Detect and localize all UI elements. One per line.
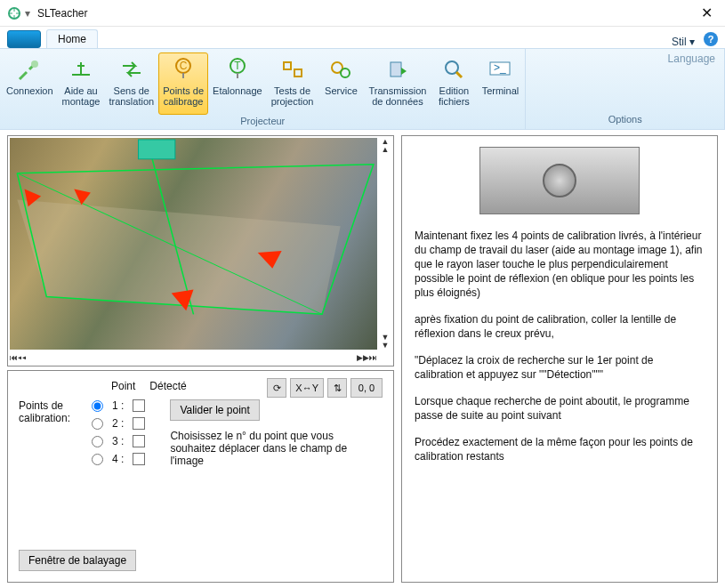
titlebar-caret[interactable]: ▾ (25, 7, 30, 20)
radio-point-4[interactable] (92, 454, 103, 465)
header-detecte: Détecté (149, 380, 186, 392)
svg-text:C: C (180, 60, 188, 72)
chk-detected-3[interactable] (133, 435, 145, 447)
target-c-icon: C (169, 55, 197, 84)
instr-p4: "Déplacez la croix de recherche sur le 1… (415, 353, 705, 382)
scroll-bottom-icon[interactable]: ▼▼ (382, 334, 390, 350)
v-scrollbar[interactable]: ▲▲ ▼▼ (379, 138, 391, 350)
gear-icon (326, 55, 355, 84)
chk-detected-4[interactable] (133, 453, 145, 465)
btn-zero[interactable]: 0, 0 (350, 378, 383, 398)
rb-tests-projection[interactable]: Tests deprojection (267, 52, 318, 115)
language-label[interactable]: Language (668, 52, 715, 65)
image-viewport[interactable]: ▲▲ ▼▼ ⏮◀◀ ▶▶⏭ (7, 135, 394, 366)
calibration-controls: ⟳ X↔Y ⇅ 0, 0 Point Détecté Points de cal… (7, 370, 394, 583)
rb-edition-fichiers[interactable]: Editionfichiers (431, 52, 477, 115)
scroll-top-icon[interactable]: ▲▲ (382, 138, 390, 154)
quick-access[interactable] (7, 30, 41, 48)
svg-point-1 (31, 60, 38, 68)
instr-p3: après fixation du point de calibration, … (415, 312, 705, 341)
svg-rect-7 (294, 69, 302, 77)
group-projecteur-label: Projecteur (2, 115, 523, 127)
point-row-4: 4 : (92, 453, 145, 465)
mount-icon (67, 55, 95, 84)
chk-detected-1[interactable] (133, 399, 145, 412)
rb-transmission[interactable]: Transmissionde données (364, 52, 431, 115)
titlebar: ▾ SLTeacher ✕ (0, 0, 725, 27)
rb-connexion[interactable]: Connexion (2, 52, 58, 115)
point-row-1: 1 : (92, 399, 145, 412)
rb-points-calibrage[interactable]: C Points decalibrage (158, 52, 208, 115)
btn-swap[interactable]: ⇅ (327, 378, 347, 398)
instr-p6: Procédez exactement de la même façon pou… (415, 435, 705, 463)
svg-point-11 (446, 61, 458, 74)
validate-point-button[interactable]: Valider le point (170, 399, 260, 421)
arrows-icon (117, 55, 146, 84)
tab-home[interactable]: Home (46, 29, 98, 48)
terminal-icon: >_ (486, 55, 514, 84)
point-row-3: 3 : (92, 435, 145, 447)
calibration-overlay (10, 138, 377, 350)
rb-terminal[interactable]: >_ Terminal (477, 52, 523, 115)
svg-marker-19 (74, 189, 91, 205)
edit-icon (439, 55, 468, 84)
instruction-panel: Maintenant fixez les 4 points de calibra… (401, 135, 718, 583)
data-icon (383, 55, 412, 84)
svg-rect-17 (139, 140, 175, 159)
group-options-label: Options (535, 113, 715, 125)
svg-rect-6 (284, 62, 291, 69)
radio-point-3[interactable] (92, 436, 103, 447)
instr-p5: Lorsque chaque recherche de point abouti… (415, 394, 705, 423)
rb-service[interactable]: Service (318, 52, 364, 115)
close-button[interactable]: ✕ (696, 4, 718, 21)
bracket-photo (479, 147, 640, 214)
scroll-left-icon[interactable]: ⏮◀◀ (10, 354, 27, 362)
point-row-2: 2 : (92, 417, 145, 430)
header-point: Point (111, 380, 135, 392)
rb-sens-translation[interactable]: Sens detranslation (104, 52, 158, 115)
rb-aide-montage[interactable]: Aide aumontage (58, 52, 105, 115)
style-menu[interactable]: Stil ▾ (672, 36, 695, 48)
window-title: SLTeacher (37, 7, 87, 20)
instr-p1: Maintenant fixez les 4 points de calibra… (415, 229, 705, 257)
btn-xy[interactable]: X↔Y (290, 378, 324, 398)
svg-rect-10 (391, 62, 401, 77)
target-t-icon: T (223, 55, 252, 84)
ribbon-tabstrip: Home Stil ▾ ? (0, 27, 725, 48)
chk-detected-2[interactable] (133, 417, 145, 430)
ribbon: Connexion Aide aumontage Sens detranslat… (0, 48, 725, 130)
points-label: Points de calibration: (19, 399, 70, 424)
svg-text:T: T (234, 60, 241, 72)
plug-icon (15, 55, 44, 84)
help-icon[interactable]: ? (704, 32, 718, 46)
rb-etalonnage[interactable]: T Etalonnage (208, 52, 267, 115)
svg-point-9 (341, 68, 350, 77)
radio-point-2[interactable] (92, 418, 103, 430)
scan-window-button[interactable]: Fenêtre de balayage (19, 550, 136, 571)
svg-text:>_: >_ (494, 61, 506, 74)
h-scrollbar[interactable]: ⏮◀◀ ▶▶⏭ (10, 351, 377, 364)
app-icon (7, 6, 21, 20)
proj-icon (278, 55, 307, 84)
hint-text: Choisissez le n° du point que vous souha… (170, 430, 348, 467)
instr-p2: que le rayon laser touche le plus perpen… (415, 257, 705, 300)
scroll-right-icon[interactable]: ▶▶⏭ (357, 354, 377, 362)
btn-refresh[interactable]: ⟳ (267, 378, 286, 398)
radio-point-1[interactable] (92, 400, 103, 412)
